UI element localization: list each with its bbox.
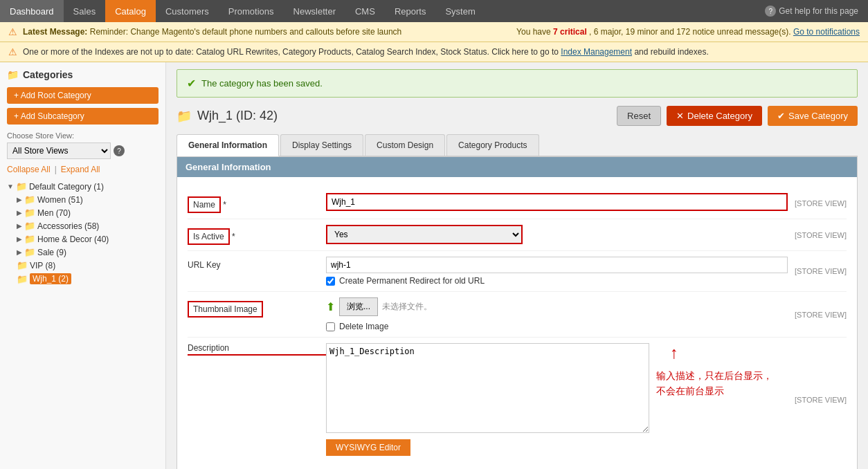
tab-general-information[interactable]: General Information — [177, 134, 279, 156]
page-title-folder-icon: 📁 — [177, 109, 192, 124]
store-view-select[interactable]: All Store Views — [7, 142, 111, 159]
form-row-description: Description Wjh_1_Description WYSIWYG Ed… — [188, 338, 847, 461]
browse-button[interactable]: 浏览... — [339, 297, 378, 316]
form-panel: General Information Name * [STORE VIEW] — [177, 156, 858, 469]
form-body: Name * [STORE VIEW] Is Active * — [177, 177, 857, 469]
tree-item-default-category[interactable]: ▼ 📁 Default Category (1) — [7, 180, 159, 193]
tab-custom-design[interactable]: Custom Design — [365, 134, 445, 156]
tree-item-sale[interactable]: ▶ 📁 Sale (9) — [17, 246, 159, 259]
warning-icon: ⚠ — [8, 26, 17, 37]
main-layout: 📁 Categories + Add Root Category + Add S… — [0, 62, 868, 469]
folder-icon-women: 📁 — [24, 194, 35, 205]
url-key-label: URL Key — [188, 257, 326, 270]
reset-button[interactable]: Reset — [617, 106, 661, 126]
form-row-url-key: URL Key Create Permanent Redirect for ol… — [188, 251, 847, 292]
help-circle-icon: ? — [765, 6, 776, 17]
tree-item-wjh1[interactable]: 📁 Wjh_1 (2) — [17, 272, 159, 286]
name-input[interactable] — [327, 194, 786, 210]
tree-item-home-decor[interactable]: ▶ 📁 Home & Decor (40) — [17, 232, 159, 246]
nav-cms[interactable]: CMS — [345, 0, 385, 22]
description-label: Description — [188, 343, 326, 356]
name-store-view-note: [STORE VIEW] — [795, 199, 847, 208]
name-field-wrapper — [326, 193, 788, 211]
form-row-thumbnail: Thumbnail Image ⬆ 浏览... 未选择文件。 Delete I — [188, 292, 847, 338]
index-management-link[interactable]: Index Management — [561, 47, 632, 57]
delete-image-row: Delete Image — [326, 322, 788, 331]
nav-sales[interactable]: Sales — [64, 0, 106, 22]
folder-icon-men: 📁 — [24, 208, 35, 218]
delete-image-checkbox[interactable] — [326, 322, 335, 331]
expand-all-link[interactable]: Expand All — [61, 165, 100, 174]
tree-arrow-men: ▶ — [17, 209, 22, 217]
tree-arrow-home-decor: ▶ — [17, 235, 22, 243]
thumbnail-store-view-note: [STORE VIEW] — [795, 311, 847, 319]
file-placeholder-text: 未选择文件。 — [382, 301, 432, 313]
thumbnail-controls: ⬆ 浏览... 未选择文件。 Delete Image — [326, 297, 788, 331]
store-view-help-icon[interactable]: ? — [114, 145, 125, 156]
description-label-col: Description — [188, 343, 326, 356]
nav-customers[interactable]: Customers — [156, 0, 219, 22]
tree-arrow-sale: ▶ — [17, 248, 22, 256]
nav-catalog[interactable]: Catalog — [105, 0, 156, 22]
nav-reports[interactable]: Reports — [385, 0, 436, 22]
description-textarea[interactable]: Wjh_1_Description — [326, 343, 649, 433]
description-annotation: ↑ 输入描述，只在后台显示， 不会在前台显示 — [649, 343, 788, 399]
thumbnail-field-wrapper: ⬆ 浏览... 未选择文件。 Delete Image — [326, 297, 788, 331]
url-redirect-row: Create Permanent Redirect for old URL — [326, 276, 788, 286]
collapse-expand-row: Collapse All | Expand All — [7, 165, 159, 174]
index-alert: ⚠ One or more of the Indexes are not up … — [0, 42, 868, 62]
store-view-label: Choose Store View: — [7, 131, 159, 140]
tree-arrow-default: ▼ — [7, 183, 14, 190]
tab-display-settings[interactable]: Display Settings — [280, 134, 363, 156]
delete-category-button[interactable]: ✕ Delete Category — [667, 106, 762, 126]
url-key-store-view-note: [STORE VIEW] — [795, 267, 847, 275]
warning-alert: ⚠ Latest Message: Reminder: Change Magen… — [0, 22, 868, 42]
is-active-field-wrapper: Yes No — [326, 225, 788, 244]
page-title: 📁 Wjh_1 (ID: 42) — [177, 109, 278, 124]
folder-icon-accessories: 📁 — [24, 221, 35, 231]
folder-icon-home-decor: 📁 — [24, 234, 35, 244]
folder-icon-wjh1: 📁 — [17, 274, 28, 284]
collapse-all-link[interactable]: Collapse All — [7, 165, 51, 174]
page-header: 📁 Wjh_1 (ID: 42) Reset ✕ Delete Category… — [177, 106, 858, 126]
save-category-button[interactable]: ✔ Save Category — [768, 106, 858, 126]
notifications-link[interactable]: Go to notifications — [793, 27, 860, 37]
thumbnail-label-col: Thumbnail Image — [188, 297, 326, 318]
url-redirect-checkbox[interactable] — [326, 277, 335, 286]
help-link[interactable]: ? Get help for this page — [755, 6, 868, 17]
is-active-store-view-note: [STORE VIEW] — [795, 231, 847, 239]
is-active-label: Is Active * — [188, 225, 326, 245]
nav-newsletter[interactable]: Newsletter — [284, 0, 345, 22]
is-active-select[interactable]: Yes No — [327, 226, 521, 243]
header-actions: Reset ✕ Delete Category ✔ Save Category — [617, 106, 858, 126]
main-content: ✔ The category has been saved. 📁 Wjh_1 (… — [166, 62, 868, 469]
name-label: Name * — [188, 193, 326, 213]
tree-item-accessories[interactable]: ▶ 📁 Accessories (58) — [17, 219, 159, 232]
description-area: Wjh_1_Description WYSIWYG Editor — [326, 343, 649, 456]
tab-category-products[interactable]: Category Products — [446, 134, 539, 156]
folder-icon-default: 📁 — [16, 181, 27, 192]
tree-item-women[interactable]: ▶ 📁 Women (51) — [17, 193, 159, 206]
wysiwyg-editor-button[interactable]: WYSIWYG Editor — [326, 439, 410, 456]
add-root-category-button[interactable]: + Add Root Category — [7, 87, 159, 104]
delete-icon: ✕ — [676, 111, 684, 121]
tree-arrow-accessories: ▶ — [17, 222, 22, 230]
folder-icon-vip: 📁 — [17, 260, 28, 270]
arrow-up-icon: ↑ — [670, 343, 788, 362]
tree-children-default: ▶ 📁 Women (51) ▶ 📁 Men (70) ▶ 📁 Accessor… — [7, 193, 159, 286]
form-row-is-active: Is Active * Yes No [STORE VIEW] — [188, 219, 847, 251]
description-store-view-note: [STORE VIEW] — [795, 396, 847, 404]
form-panel-title: General Information — [177, 157, 857, 177]
nav-system[interactable]: System — [435, 0, 485, 22]
upload-icon: ⬆ — [326, 300, 335, 313]
add-subcategory-button[interactable]: + Add Subcategory — [7, 108, 159, 125]
url-key-input[interactable] — [326, 257, 788, 273]
url-key-field-wrapper: Create Permanent Redirect for old URL — [326, 257, 788, 286]
tree-item-vip[interactable]: 📁 VIP (8) — [17, 259, 159, 272]
nav-dashboard[interactable]: Dashboard — [0, 0, 64, 22]
store-view-select-row: All Store Views ? — [7, 142, 159, 159]
tree-item-men[interactable]: ▶ 📁 Men (70) — [17, 206, 159, 219]
sidebar-title: 📁 Categories — [7, 69, 159, 80]
nav-promotions[interactable]: Promotions — [219, 0, 284, 22]
save-icon: ✔ — [777, 111, 785, 121]
